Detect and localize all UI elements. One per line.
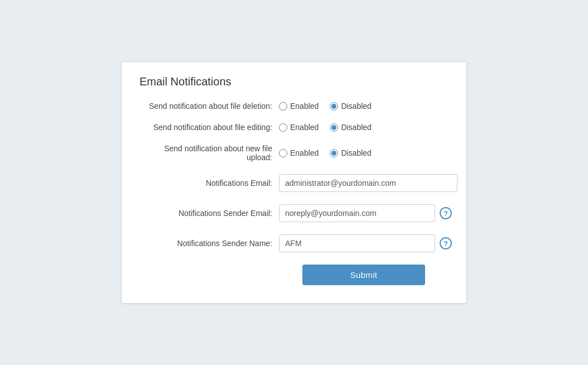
submit-row: Submit (139, 265, 449, 285)
file-deletion-label: Send notification about file deletion: (139, 102, 279, 111)
notifications-email-wrapper (279, 174, 457, 192)
sender-email-input[interactable] (279, 204, 435, 222)
sender-name-label: Notifications Sender Name: (139, 239, 279, 248)
file-editing-row: Send notification about file editing: En… (139, 123, 449, 132)
file-editing-radio-group: Enabled Disabled (279, 123, 372, 132)
card-title: Email Notifications (139, 75, 449, 88)
sender-name-input[interactable] (279, 234, 435, 252)
file-deletion-row: Send notification about file deletion: E… (139, 102, 449, 111)
file-upload-enabled-label: Enabled (290, 148, 319, 157)
file-deletion-disabled-label: Disabled (341, 102, 371, 111)
file-editing-enabled-radio[interactable] (279, 123, 287, 132)
notifications-email-row: Notifications Email: (139, 174, 449, 192)
file-editing-enabled-label: Enabled (290, 123, 319, 132)
file-editing-label: Send notification about file editing: (139, 123, 279, 132)
file-upload-label: Send notification about new file upload: (139, 144, 279, 162)
file-deletion-disabled-radio[interactable] (330, 102, 338, 111)
submit-button[interactable]: Submit (302, 265, 425, 285)
file-upload-disabled-option[interactable]: Disabled (330, 148, 371, 157)
file-deletion-disabled-option[interactable]: Disabled (330, 102, 371, 111)
file-upload-disabled-radio[interactable] (330, 149, 338, 157)
file-upload-radio-group: Enabled Disabled (279, 148, 372, 157)
sender-name-wrapper: ? (279, 234, 452, 252)
file-deletion-enabled-option[interactable]: Enabled (279, 102, 319, 111)
file-editing-disabled-label: Disabled (341, 123, 371, 132)
sender-email-row: Notifications Sender Email: ? (139, 204, 449, 222)
sender-email-label: Notifications Sender Email: (139, 209, 279, 218)
file-upload-row: Send notification about new file upload:… (139, 144, 449, 162)
sender-name-row: Notifications Sender Name: ? (139, 234, 449, 252)
file-editing-disabled-option[interactable]: Disabled (330, 123, 371, 132)
sender-email-help-icon[interactable]: ? (440, 207, 452, 219)
file-upload-enabled-radio[interactable] (279, 149, 287, 157)
file-editing-disabled-radio[interactable] (330, 123, 338, 132)
file-upload-disabled-label: Disabled (341, 148, 371, 157)
notifications-email-input[interactable] (279, 174, 457, 192)
file-deletion-radio-group: Enabled Disabled (279, 102, 372, 111)
sender-email-wrapper: ? (279, 204, 452, 222)
file-deletion-enabled-radio[interactable] (279, 102, 287, 111)
sender-name-help-icon[interactable]: ? (440, 237, 452, 249)
email-notifications-card: Email Notifications Send notification ab… (121, 61, 467, 304)
notifications-email-label: Notifications Email: (139, 179, 279, 188)
file-editing-enabled-option[interactable]: Enabled (279, 123, 319, 132)
file-deletion-enabled-label: Enabled (290, 102, 319, 111)
file-upload-enabled-option[interactable]: Enabled (279, 148, 319, 157)
